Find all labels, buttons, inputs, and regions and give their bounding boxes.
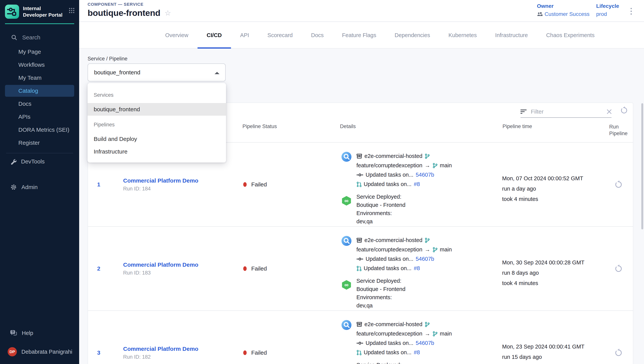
run-date: Mon, 07 Oct 2024 00:00:52 GMT	[502, 173, 608, 184]
failed-status-dot	[243, 266, 247, 271]
tab-api[interactable]: API	[231, 22, 258, 48]
owner-label: Owner	[537, 3, 590, 9]
sidebar-item-docs[interactable]: Docs	[5, 98, 74, 110]
sidebar-item-workflows[interactable]: Workflows	[5, 59, 74, 71]
pipeline-name-link[interactable]: Commercial Platform Demo	[123, 178, 239, 184]
sidebar-item-my-page[interactable]: My Page	[5, 46, 74, 58]
service-deployed-label: Service Deployed:	[356, 277, 405, 285]
environments-label: Environments:	[356, 293, 405, 302]
tab-infrastructure[interactable]: Infrastructure	[486, 22, 537, 48]
sidebar-item-my-team[interactable]: My Team	[5, 72, 74, 84]
kebab-menu-icon[interactable]	[629, 6, 634, 16]
source-branch[interactable]: feature/corruptedexception	[356, 330, 422, 337]
admin-label: Admin	[22, 184, 38, 190]
commit-link[interactable]: 54607b	[416, 172, 434, 178]
pull-request-icon	[356, 266, 362, 271]
branch-icon	[425, 322, 430, 327]
ci-build-icon	[341, 152, 352, 189]
col-pipeline-status: Pipeline Status	[239, 124, 336, 137]
build-details: e2e-commercial-hosted feature/corruptede	[341, 236, 499, 273]
pipeline-time-cell: Mon, 23 Sep 2024 00:00:41 GMT run 15 day…	[499, 333, 608, 364]
user-menu[interactable]: DP Debabrata Panigrahi	[0, 346, 79, 358]
commit-link[interactable]: 54607b	[416, 256, 434, 262]
vertical-scrollbar[interactable]	[641, 103, 643, 230]
sidebar-item-devtools[interactable]: DevTools	[0, 156, 79, 168]
owner-block: Owner Customer Success	[537, 3, 590, 17]
dropdown-option-infrastructure[interactable]: Infrastructure	[88, 145, 226, 158]
dropdown-option-boutique-frontend[interactable]: boutique_frontend	[88, 103, 226, 116]
app-logo	[5, 4, 19, 19]
tab-kubernetes[interactable]: Kubernetes	[439, 22, 486, 48]
cd-deploy-icon: ∞	[341, 193, 352, 226]
run-id: Run ID: 184	[123, 186, 239, 192]
help-chat-icon	[10, 330, 17, 336]
pipeline-name-link[interactable]: Commercial Platform Demo	[123, 262, 239, 268]
entity-tabs: Overview CI/CD API Scorecard Docs Featur…	[79, 22, 644, 48]
run-ago: run 15 days ago	[502, 352, 608, 362]
lifecycle-value: prod	[596, 11, 619, 17]
pull-request-icon	[356, 182, 362, 187]
sidebar-search[interactable]: Search	[0, 32, 79, 43]
commit-link[interactable]: 54607b	[416, 340, 434, 346]
pipeline-time-cell: Mon, 30 Sep 2024 00:00:28 GMT run 8 days…	[499, 249, 608, 288]
run-pipeline-icon[interactable]	[614, 348, 622, 357]
tab-scorecard[interactable]: Scorecard	[258, 22, 302, 48]
source-branch[interactable]: feature/corruptedexception	[356, 162, 422, 168]
repo-icon	[356, 238, 362, 243]
details-cell: e2e-commercial-hosted feature/corruptede	[336, 142, 499, 226]
pr-message: Updated tasks on...	[364, 265, 412, 272]
run-number: 1	[88, 181, 118, 188]
sidebar-item-admin[interactable]: Admin	[0, 181, 79, 193]
refresh-icon[interactable]	[620, 106, 628, 114]
owner-link[interactable]: Customer Success	[537, 11, 590, 17]
favorite-star-icon[interactable]: ☆	[165, 9, 171, 17]
source-branch[interactable]: feature/corruptedexception	[356, 246, 422, 253]
entity-header: COMPONENT — SERVICE boutique-frontend ☆ …	[79, 0, 644, 22]
col-pipeline-time: Pipeline time	[499, 124, 608, 137]
sidebar-item-apis[interactable]: APIs	[5, 111, 74, 123]
target-branch[interactable]: main	[440, 330, 452, 337]
tab-cicd[interactable]: CI/CD	[198, 22, 231, 48]
pr-link[interactable]: #8	[414, 265, 420, 272]
pr-link[interactable]: #8	[414, 181, 420, 187]
lifecycle-label: Lifecycle	[596, 3, 619, 9]
gear-icon	[10, 184, 17, 190]
failed-status-dot	[243, 350, 247, 355]
clear-filter-icon[interactable]	[607, 109, 612, 114]
tab-dependencies[interactable]: Dependencies	[386, 22, 439, 48]
deploy-details: ∞ Service Deployed: Boutique - Frontend …	[341, 193, 499, 226]
pipeline-name-link[interactable]: Commercial Platform Demo	[123, 346, 239, 352]
sidebar-item-help[interactable]: Help	[0, 327, 79, 339]
tab-chaos-experiments[interactable]: Chaos Experiments	[537, 22, 604, 48]
sidebar-item-dora-metrics[interactable]: DORA Metrics (SEI)	[5, 124, 74, 136]
status-cell: Failed	[239, 265, 336, 272]
repo-name[interactable]: e2e-commercial-hosted	[364, 321, 422, 328]
filter-input[interactable]	[530, 108, 604, 115]
pipeline-select[interactable]: boutique_frontend	[88, 64, 226, 82]
repo-name[interactable]: e2e-commercial-hosted	[364, 237, 422, 243]
user-name: Debabrata Panigrahi	[22, 349, 72, 355]
commit-message: Updated tasks on...	[366, 340, 414, 346]
repo-name[interactable]: e2e-commercial-hosted	[364, 153, 422, 159]
pipeline-select-dropdown: Services boutique_frontend Pipelines Bui…	[88, 83, 226, 162]
sidebar-item-register[interactable]: Register	[5, 137, 74, 149]
filter-field[interactable]	[520, 106, 612, 118]
commit-icon	[356, 341, 363, 345]
pr-link[interactable]: #8	[414, 349, 420, 356]
dropdown-option-build-and-deploy[interactable]: Build and Deploy	[88, 133, 226, 145]
build-details: e2e-commercial-hosted feature/corruptede	[341, 152, 499, 189]
branch-icon	[432, 331, 438, 336]
tab-feature-flags[interactable]: Feature Flags	[333, 22, 386, 48]
sidebar-header: Internal Developer Portal	[0, 0, 79, 22]
sidebar: Internal Developer Portal Search My Page…	[0, 0, 79, 364]
target-branch[interactable]: main	[440, 246, 452, 253]
service-deployed-value: Boutique - Frontend	[356, 285, 405, 293]
target-branch[interactable]: main	[440, 162, 452, 168]
run-pipeline-icon[interactable]	[614, 180, 622, 189]
app-grid-icon[interactable]	[69, 8, 74, 14]
tab-docs[interactable]: Docs	[302, 22, 333, 48]
branch-icon	[425, 154, 430, 159]
tab-overview[interactable]: Overview	[156, 22, 198, 48]
sidebar-item-catalog[interactable]: Catalog	[5, 85, 74, 97]
run-pipeline-icon[interactable]	[614, 264, 622, 273]
